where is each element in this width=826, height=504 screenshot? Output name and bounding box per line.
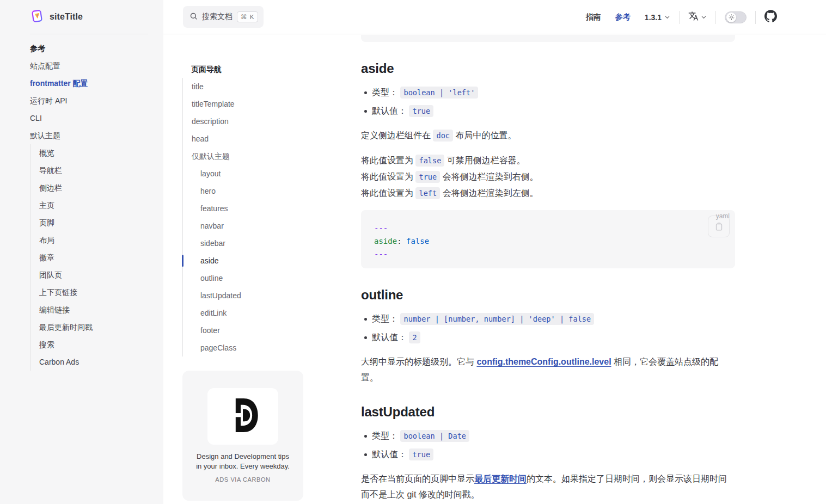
carbon-ad-attribution[interactable]: ADS VIA CARBON [182, 476, 303, 483]
sidebar-subitem[interactable]: 最后更新时间戳 [39, 318, 148, 336]
outline-item[interactable]: layout [183, 165, 303, 182]
inline-code: true [409, 448, 433, 460]
site-title: siteTitle [50, 12, 83, 22]
inline-code: 2 [409, 331, 420, 343]
outline-item[interactable]: pageClass [183, 339, 303, 357]
search-icon [189, 12, 198, 22]
nav-link[interactable]: 指南 [586, 13, 601, 22]
section-heading-aside: aside [361, 61, 735, 76]
outline-item[interactable]: sidebar [183, 235, 303, 252]
property-item: 默认值： 2 [361, 330, 735, 345]
language-menu[interactable] [688, 11, 707, 23]
sidebar-subitem[interactable]: 页脚 [39, 214, 148, 231]
sun-icon [729, 13, 735, 22]
property-label: 类型： [372, 431, 400, 440]
paragraph: 将此值设置为 false 可禁用侧边栏容器。将此值设置为 true 会将侧边栏渲… [361, 152, 735, 201]
section-heading-outline: outline [361, 287, 735, 303]
search-input[interactable]: 搜索文档 ⌘ K [183, 6, 264, 28]
sidebar-item[interactable]: frontmatter 配置 [30, 75, 148, 92]
sidebar-subitem[interactable]: 徽章 [39, 249, 148, 266]
sidebar-subitem[interactable]: 布局 [39, 231, 148, 249]
carbon-d-logo-icon [225, 395, 261, 438]
version-switcher[interactable]: 1.3.1 [645, 13, 670, 22]
carbon-ad-text-line2: in your inbox. Every weekday. [182, 462, 303, 471]
nav-divider [715, 11, 716, 24]
theme-toggle[interactable] [725, 11, 747, 23]
outline-item[interactable]: editLink [183, 304, 303, 322]
property-list: 类型： boolean | Date默认值： true [361, 428, 735, 462]
outline-item[interactable]: titleTemplate [183, 95, 303, 113]
inline-code: boolean | Date [400, 430, 469, 442]
sidebar-subitem[interactable]: 概览 [39, 144, 148, 162]
sidebar-subitem[interactable]: Carbon Ads [39, 353, 148, 371]
code-token: false [406, 237, 429, 245]
paragraph: 是否在当前页面的页脚中显示最后更新时间的文本。如果指定了日期时间，则会显示该日期… [361, 471, 735, 502]
inline-code: number | [number, number] | 'deep' | fal… [400, 313, 594, 325]
code-token: --- [374, 224, 388, 232]
inline-code: false [415, 155, 444, 167]
sidebar-subitem[interactable]: 上下页链接 [39, 284, 148, 301]
inline-code: true [409, 105, 433, 117]
search-placeholder: 搜索文档 [202, 12, 232, 22]
sidebar-item[interactable]: 默认主题 [30, 127, 148, 144]
nav-link[interactable]: 参考 [615, 13, 631, 22]
brand[interactable]: siteTitle [30, 0, 148, 34]
sidebar-item[interactable]: CLI [30, 109, 148, 127]
carbon-ad: Design and Development tips in your inbo… [182, 371, 303, 501]
outline-item[interactable]: description [183, 113, 303, 130]
inline-code: true [415, 171, 440, 183]
theme-toggle-knob [726, 13, 736, 22]
sidebar-subitem[interactable]: 导航栏 [39, 162, 148, 179]
outline-item[interactable]: footer [183, 322, 303, 339]
property-label: 默认值： [372, 106, 409, 115]
code-line: --- [374, 222, 722, 235]
property-label: 默认值： [372, 333, 409, 342]
sidebar-subitem[interactable]: 团队页 [39, 266, 148, 284]
code-token: --- [374, 250, 388, 259]
outline-item[interactable]: aside [183, 252, 303, 269]
outline-title: 页面导航 [182, 60, 303, 78]
code-line: aside: false [374, 235, 722, 248]
property-item: 类型： boolean | Date [361, 428, 735, 444]
code-lang-label: yaml [716, 212, 730, 220]
carbon-ad-text-line1: Design and Development tips [182, 452, 303, 462]
outline-list: titletitleTemplatedescriptionhead仅默认主题la… [182, 78, 303, 357]
translate-icon [688, 11, 699, 23]
property-list: 类型： number | [number, number] | 'deep' |… [361, 311, 735, 345]
doc-link[interactable]: 最后更新时间 [474, 474, 527, 483]
sidebar-item[interactable]: 运行时 API [30, 92, 148, 109]
nav-divider [679, 11, 680, 24]
navbar: 搜索文档 ⌘ K 指南参考 1.3.1 [163, 0, 826, 34]
property-item: 默认值： true [361, 103, 735, 119]
outline-item[interactable]: features [183, 200, 303, 217]
property-list: 类型： boolean | 'left'默认值： true [361, 85, 735, 119]
outline-item[interactable]: 仅默认主题 [183, 147, 303, 165]
doc-link[interactable]: config.themeConfig.outline.level [476, 357, 611, 366]
outline-item[interactable]: head [183, 130, 303, 147]
carbon-ad-image[interactable] [207, 388, 278, 445]
code-token: : [397, 237, 406, 245]
github-link[interactable] [764, 10, 777, 24]
page-outline: 页面导航 titletitleTemplatedescriptionhead仅默… [182, 60, 303, 357]
outline-item[interactable]: hero [183, 182, 303, 200]
sidebar-subitem[interactable]: 搜索 [39, 336, 148, 353]
sidebar-nav: 参考站点配置frontmatter 配置运行时 APICLI默认主题概览导航栏侧… [30, 34, 148, 371]
code-token: aside [374, 237, 397, 245]
inline-code: boolean | 'left' [400, 87, 478, 99]
property-item: 类型： number | [number, number] | 'deep' |… [361, 311, 735, 327]
github-icon [764, 10, 777, 24]
paragraph: 大纲中显示的标题级别。它与 config.themeConfig.outline… [361, 354, 735, 385]
outline-item[interactable]: title [183, 78, 303, 95]
sidebar-subitem[interactable]: 侧边栏 [39, 179, 148, 196]
sidebar-subitem[interactable]: 编辑链接 [39, 301, 148, 318]
nav-divider [755, 11, 756, 24]
code-line: --- [374, 248, 722, 261]
sidebar-item[interactable]: 站点配置 [30, 57, 148, 75]
outline-item[interactable]: lastUpdated [183, 287, 303, 304]
property-item: 默认值： true [361, 447, 735, 462]
sidebar-subitem[interactable]: 主页 [39, 196, 148, 214]
outline-item[interactable]: outline [183, 269, 303, 287]
outline-item[interactable]: navbar [183, 217, 303, 235]
carbon-ad-text[interactable]: Design and Development tips in your inbo… [182, 452, 303, 471]
code-block: yaml---aside: false--- [361, 210, 735, 268]
